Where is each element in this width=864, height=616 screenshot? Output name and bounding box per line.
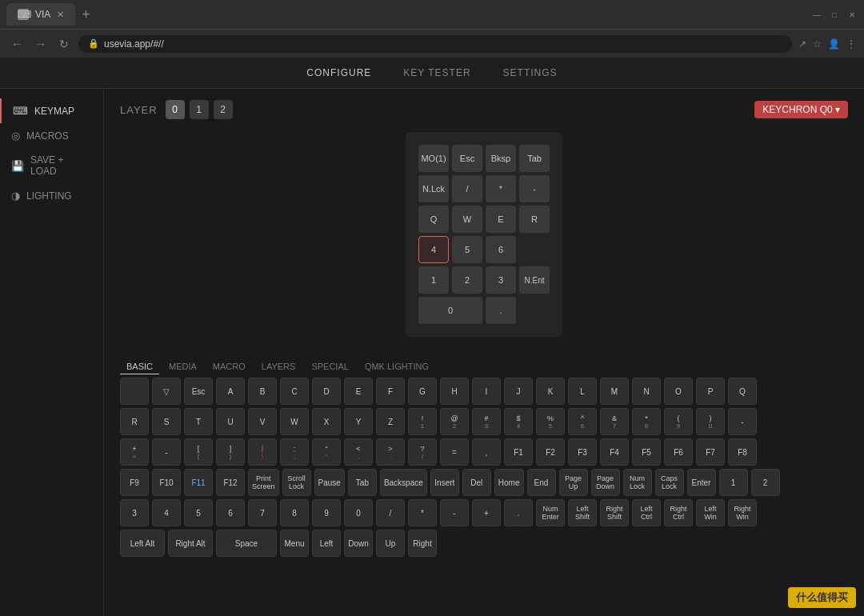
layer-button-0[interactable]: 0 xyxy=(166,100,185,119)
key-lbrace[interactable]: [{ xyxy=(184,438,213,466)
key-menu[interactable]: Menu xyxy=(280,530,309,557)
key-del[interactable]: Del xyxy=(462,469,491,496)
key-colon[interactable]: :; xyxy=(280,438,309,466)
key-num-0[interactable]: 0 xyxy=(344,499,373,526)
key-end[interactable]: End xyxy=(527,469,556,496)
key-right-shift[interactable]: RightShift xyxy=(600,499,629,526)
minimize-button[interactable]: — xyxy=(811,9,822,20)
key-g[interactable]: G xyxy=(408,378,437,405)
key-print-screen[interactable]: PrintScreen xyxy=(248,469,279,496)
kb-tab-qmk[interactable]: QMK LIGHTING xyxy=(358,359,435,374)
refresh-button[interactable]: ↻ xyxy=(56,38,72,50)
key-num-enter[interactable]: NumEnter xyxy=(536,499,565,526)
key-left[interactable]: Left xyxy=(312,530,341,557)
key-caps-lock[interactable]: CapsLock xyxy=(655,469,684,496)
key-up[interactable]: Up xyxy=(376,530,405,557)
key-insert[interactable]: Insert xyxy=(430,469,459,496)
key-excl-1[interactable]: !1 xyxy=(408,408,437,435)
key-d[interactable]: D xyxy=(312,378,341,405)
key-star-8[interactable]: *8 xyxy=(632,408,661,435)
np-key-minus[interactable]: - xyxy=(519,175,550,202)
sidebar-item-keymap[interactable]: ⌨ KEYMAP xyxy=(0,98,103,123)
np-key-1[interactable]: 1 xyxy=(418,266,449,294)
layer-button-1[interactable]: 1 xyxy=(190,100,209,119)
key-p[interactable]: P xyxy=(696,378,725,405)
key-ques-slash[interactable]: ?/ xyxy=(408,438,437,466)
key-right-ctrl[interactable]: RightCtrl xyxy=(664,499,693,526)
key-f10[interactable]: F10 xyxy=(152,469,181,496)
nav-settings[interactable]: SETTINGS xyxy=(503,67,558,78)
key-left-win[interactable]: LeftWin xyxy=(696,499,725,526)
key-num-1[interactable]: 1 xyxy=(719,469,748,496)
key-l[interactable]: L xyxy=(568,378,597,405)
np-key-nent[interactable]: N.Ent xyxy=(519,266,550,294)
back-button[interactable]: ← xyxy=(8,38,26,50)
kb-tab-media[interactable]: MEDIA xyxy=(162,359,203,374)
key-num-2[interactable]: 2 xyxy=(751,469,780,496)
key-f5[interactable]: F5 xyxy=(632,438,661,466)
key-f3[interactable]: F3 xyxy=(568,438,597,466)
key-left-alt[interactable]: Left Alt xyxy=(120,530,165,557)
key-y[interactable]: Y xyxy=(344,408,373,435)
key-f7[interactable]: F7 xyxy=(696,438,725,466)
key-right-alt[interactable]: Right Alt xyxy=(168,530,213,557)
key-plus-eq[interactable]: += xyxy=(120,438,149,466)
key-e[interactable]: E xyxy=(344,378,373,405)
key-hash-3[interactable]: #3 xyxy=(472,408,501,435)
key-crt-6[interactable]: ^6 xyxy=(568,408,597,435)
key-num-star[interactable]: * xyxy=(408,499,437,526)
key-num-slash[interactable]: / xyxy=(376,499,405,526)
tab-close-button[interactable]: ✕ xyxy=(57,10,64,20)
key-b[interactable]: B xyxy=(248,378,277,405)
key-home[interactable]: Home xyxy=(494,469,524,496)
key-j[interactable]: J xyxy=(504,378,533,405)
key-right-win[interactable]: RightWin xyxy=(728,499,757,526)
key-q[interactable]: Q xyxy=(728,378,757,405)
key-minus[interactable]: - xyxy=(152,438,181,466)
np-key-esc[interactable]: Esc xyxy=(452,145,482,172)
close-button[interactable]: ✕ xyxy=(846,9,858,20)
np-key-mo1[interactable]: MO(1) xyxy=(418,145,449,172)
key-c[interactable]: C xyxy=(280,378,309,405)
kb-tab-basic[interactable]: BASIC xyxy=(120,359,159,374)
sidebar-item-macros[interactable]: ◎ MACROS xyxy=(0,123,103,148)
key-rbrace[interactable]: ]} xyxy=(216,438,245,466)
key-num-7[interactable]: 7 xyxy=(248,499,277,526)
new-tab-button[interactable]: + xyxy=(75,6,97,23)
keyboard-selector-button[interactable]: KEYCHRON Q0 ▾ xyxy=(754,101,848,118)
key-comma[interactable]: , xyxy=(472,438,501,466)
key-v[interactable]: V xyxy=(248,408,277,435)
key-num-6[interactable]: 6 xyxy=(216,499,245,526)
key-f8[interactable]: F8 xyxy=(728,438,757,466)
key-dash[interactable]: - xyxy=(728,408,757,435)
key-space[interactable]: Space xyxy=(216,530,277,557)
key-num-9[interactable]: 9 xyxy=(312,499,341,526)
np-key-5[interactable]: 5 xyxy=(452,236,482,263)
key-rpar-0[interactable]: )0 xyxy=(696,408,725,435)
key-pct-5[interactable]: %5 xyxy=(536,408,565,435)
sidebar-item-lighting[interactable]: ◑ LIGHTING xyxy=(0,183,103,208)
key-left-ctrl[interactable]: LeftCtrl xyxy=(632,499,661,526)
np-key-e[interactable]: E xyxy=(486,206,516,233)
key-pipe[interactable]: |\ xyxy=(248,438,277,466)
address-bar[interactable]: 🔒 usevia.app/#// xyxy=(78,35,792,53)
np-key-r[interactable]: R xyxy=(519,206,550,233)
key-enter[interactable]: Enter xyxy=(687,469,716,496)
np-key-bksp[interactable]: Bksp xyxy=(486,145,516,172)
browser-tab[interactable]: ⌨ VIA ✕ xyxy=(6,3,75,26)
np-key-2[interactable]: 2 xyxy=(452,266,482,294)
key-esc[interactable]: Esc xyxy=(184,378,213,405)
key-down[interactable]: Down xyxy=(344,530,373,557)
key-f4[interactable]: F4 xyxy=(600,438,629,466)
key-num-plus[interactable]: + xyxy=(472,499,501,526)
key-s[interactable]: S xyxy=(152,408,181,435)
key-amp-7[interactable]: &7 xyxy=(600,408,629,435)
key-w[interactable]: W xyxy=(280,408,309,435)
np-key-dot[interactable]: . xyxy=(486,297,516,324)
key-trns[interactable]: ▽ xyxy=(152,378,181,405)
key-h[interactable]: H xyxy=(440,378,469,405)
key-x[interactable]: X xyxy=(312,408,341,435)
maximize-button[interactable]: □ xyxy=(829,9,840,20)
np-key-tab[interactable]: Tab xyxy=(519,145,550,172)
profile-icon[interactable]: 👤 xyxy=(828,38,840,50)
